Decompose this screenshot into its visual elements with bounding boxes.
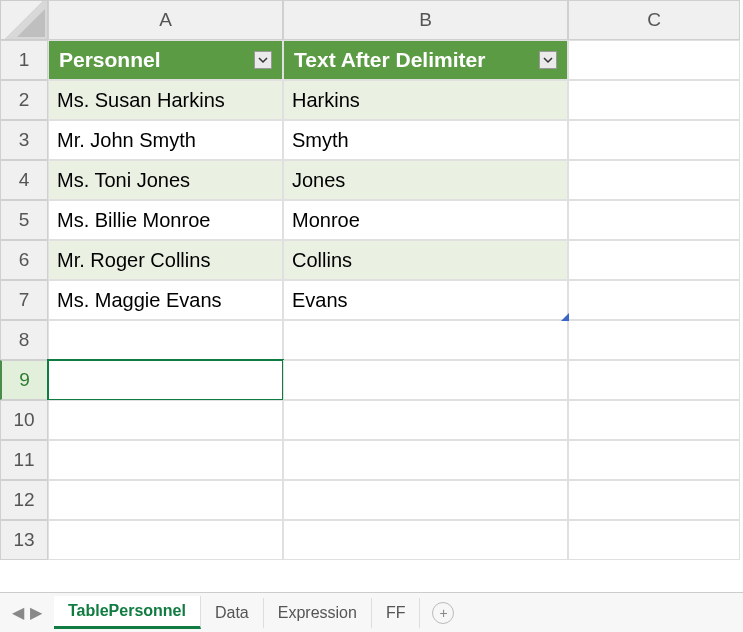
table-header-personnel[interactable]: Personnel	[48, 40, 283, 80]
table-header-label: Text After Delimiter	[294, 48, 485, 72]
cell-a11[interactable]	[48, 440, 283, 480]
cell-b8[interactable]	[283, 320, 568, 360]
sheet-nav-prev-icon[interactable]: ◀	[12, 603, 24, 622]
cell-c8[interactable]	[568, 320, 740, 360]
cell-a9-selected[interactable]	[48, 360, 283, 400]
cell-a2[interactable]: Ms. Susan Harkins	[48, 80, 283, 120]
new-sheet-button[interactable]: +	[432, 602, 454, 624]
row-header-12[interactable]: 12	[0, 480, 48, 520]
cell-c12[interactable]	[568, 480, 740, 520]
row-header-5[interactable]: 5	[0, 200, 48, 240]
chevron-down-icon	[543, 55, 553, 65]
cell-c9[interactable]	[568, 360, 740, 400]
cell-c5[interactable]	[568, 200, 740, 240]
cell-a12[interactable]	[48, 480, 283, 520]
cell-c4[interactable]	[568, 160, 740, 200]
table-header-label: Personnel	[59, 48, 161, 72]
table-header-after[interactable]: Text After Delimiter	[283, 40, 568, 80]
spreadsheet-grid[interactable]: A B C 1 Personnel Text After Delimiter 2…	[0, 0, 743, 560]
select-all-corner[interactable]	[0, 0, 48, 40]
sheet-nav-next-icon[interactable]: ▶	[30, 603, 42, 622]
cell-b3[interactable]: Smyth	[283, 120, 568, 160]
chevron-down-icon	[258, 55, 268, 65]
cell-a13[interactable]	[48, 520, 283, 560]
cell-b2[interactable]: Harkins	[283, 80, 568, 120]
row-header-11[interactable]: 11	[0, 440, 48, 480]
cell-a6[interactable]: Mr. Roger Collins	[48, 240, 283, 280]
row-header-2[interactable]: 2	[0, 80, 48, 120]
sheet-tab-bar: ◀ ▶ TablePersonnel Data Expression FF +	[0, 592, 743, 632]
sheet-tab-expression[interactable]: Expression	[264, 598, 372, 628]
sheet-nav-buttons: ◀ ▶	[0, 603, 54, 622]
row-header-6[interactable]: 6	[0, 240, 48, 280]
col-header-b[interactable]: B	[283, 0, 568, 40]
cell-a3[interactable]: Mr. John Smyth	[48, 120, 283, 160]
cell-c1[interactable]	[568, 40, 740, 80]
plus-icon: +	[439, 605, 447, 621]
cell-a10[interactable]	[48, 400, 283, 440]
cell-b10[interactable]	[283, 400, 568, 440]
cell-c3[interactable]	[568, 120, 740, 160]
row-header-8[interactable]: 8	[0, 320, 48, 360]
row-header-9[interactable]: 9	[0, 360, 48, 400]
col-header-a[interactable]: A	[48, 0, 283, 40]
filter-button[interactable]	[254, 51, 272, 69]
row-header-7[interactable]: 7	[0, 280, 48, 320]
sheet-tab-ff[interactable]: FF	[372, 598, 421, 628]
row-header-13[interactable]: 13	[0, 520, 48, 560]
row-header-1[interactable]: 1	[0, 40, 48, 80]
cell-b12[interactable]	[283, 480, 568, 520]
cell-a7[interactable]: Ms. Maggie Evans	[48, 280, 283, 320]
cell-b5[interactable]: Monroe	[283, 200, 568, 240]
cell-c2[interactable]	[568, 80, 740, 120]
cell-c11[interactable]	[568, 440, 740, 480]
cell-c7[interactable]	[568, 280, 740, 320]
sheet-tab-data[interactable]: Data	[201, 598, 264, 628]
row-header-10[interactable]: 10	[0, 400, 48, 440]
cell-b11[interactable]	[283, 440, 568, 480]
cell-b13[interactable]	[283, 520, 568, 560]
cell-b7[interactable]: Evans	[283, 280, 568, 320]
cell-a4[interactable]: Ms. Toni Jones	[48, 160, 283, 200]
sheet-tab-tablepersonnel[interactable]: TablePersonnel	[54, 596, 201, 629]
cell-c13[interactable]	[568, 520, 740, 560]
cell-c10[interactable]	[568, 400, 740, 440]
cell-c6[interactable]	[568, 240, 740, 280]
row-header-3[interactable]: 3	[0, 120, 48, 160]
col-header-c[interactable]: C	[568, 0, 740, 40]
cell-a5[interactable]: Ms. Billie Monroe	[48, 200, 283, 240]
cell-b6[interactable]: Collins	[283, 240, 568, 280]
filter-button[interactable]	[539, 51, 557, 69]
cell-b9[interactable]	[283, 360, 568, 400]
row-header-4[interactable]: 4	[0, 160, 48, 200]
cell-b4[interactable]: Jones	[283, 160, 568, 200]
cell-a8[interactable]	[48, 320, 283, 360]
